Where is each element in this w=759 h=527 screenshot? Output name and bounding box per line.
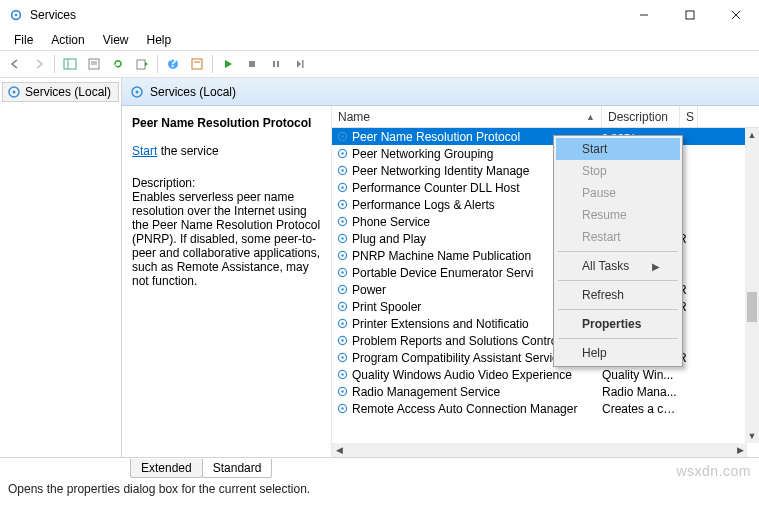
restart-service-button[interactable] xyxy=(289,53,311,75)
svg-point-51 xyxy=(341,356,343,358)
maximize-button[interactable] xyxy=(667,0,713,30)
svg-point-47 xyxy=(341,322,343,324)
scroll-left-icon[interactable]: ◀ xyxy=(332,443,346,457)
context-all-tasks[interactable]: All Tasks▶ xyxy=(556,255,680,277)
service-description: Creates a co... xyxy=(602,402,678,416)
list-header: Name ▲ Description S xyxy=(332,106,759,128)
forward-button[interactable] xyxy=(28,53,50,75)
scroll-up-icon[interactable]: ▲ xyxy=(745,128,759,142)
export-button[interactable] xyxy=(131,53,153,75)
menubar: File Action View Help xyxy=(0,30,759,50)
svg-rect-3 xyxy=(686,11,694,19)
svg-point-35 xyxy=(341,220,343,222)
context-refresh[interactable]: Refresh xyxy=(556,284,680,306)
table-row[interactable]: Portable Device Enumerator Servies gr... xyxy=(332,264,759,281)
service-name: Radio Management Service xyxy=(350,385,602,399)
vertical-scrollbar[interactable]: ▲ ▼ xyxy=(745,128,759,443)
svg-point-43 xyxy=(341,288,343,290)
services-icon xyxy=(8,7,24,23)
action-button[interactable] xyxy=(186,53,208,75)
svg-point-29 xyxy=(341,169,343,171)
services-icon xyxy=(130,85,144,99)
selected-service-name: Peer Name Resolution Protocol xyxy=(132,116,323,130)
context-resume: Resume xyxy=(556,204,680,226)
table-row[interactable]: Program Compatibility Assistant ServiceT… xyxy=(332,349,759,366)
svg-text:?: ? xyxy=(169,57,176,70)
stop-service-button[interactable] xyxy=(241,53,263,75)
menu-view[interactable]: View xyxy=(95,31,137,49)
service-icon xyxy=(334,300,350,313)
svg-point-33 xyxy=(341,203,343,205)
table-row[interactable]: PNRP Machine Name Publicationvice ... xyxy=(332,247,759,264)
table-row[interactable]: Peer Networking Groupings mul... xyxy=(332,145,759,162)
menu-help[interactable]: Help xyxy=(139,31,180,49)
menu-action[interactable]: Action xyxy=(43,31,92,49)
scroll-down-icon[interactable]: ▼ xyxy=(745,429,759,443)
close-button[interactable] xyxy=(713,0,759,30)
service-icon xyxy=(334,351,350,364)
svg-point-53 xyxy=(341,373,343,375)
table-row[interactable]: Performance Logs & Alertsmance... xyxy=(332,196,759,213)
table-row[interactable]: Remote Access Auto Connection ManagerCre… xyxy=(332,400,759,417)
refresh-button[interactable] xyxy=(107,53,129,75)
window-buttons xyxy=(621,0,759,30)
pause-service-button[interactable] xyxy=(265,53,287,75)
table-row[interactable]: Peer Name Resolution Protocols serv... xyxy=(332,128,759,145)
column-label: Name xyxy=(338,110,370,124)
table-row[interactable]: Print Spoolervice ...R xyxy=(332,298,759,315)
service-icon xyxy=(334,334,350,347)
service-description: Quality Win... xyxy=(602,368,678,382)
start-service-line: Start the service xyxy=(132,144,323,158)
table-row[interactable]: Plug and Plays a c...R xyxy=(332,230,759,247)
scroll-track[interactable] xyxy=(346,443,733,457)
table-row[interactable]: Poweres p...R xyxy=(332,281,759,298)
table-row[interactable]: Radio Management ServiceRadio Mana... xyxy=(332,383,759,400)
minimize-button[interactable] xyxy=(621,0,667,30)
service-icon xyxy=(334,147,350,160)
start-service-button[interactable] xyxy=(217,53,239,75)
menu-file[interactable]: File xyxy=(6,31,41,49)
svg-point-23 xyxy=(136,90,139,93)
service-icon xyxy=(334,368,350,381)
tree-node-services-local[interactable]: Services (Local) xyxy=(2,82,119,102)
service-icon xyxy=(334,283,350,296)
context-start[interactable]: Start xyxy=(556,138,680,160)
svg-rect-18 xyxy=(277,61,279,67)
service-icon xyxy=(334,266,350,279)
svg-point-1 xyxy=(15,14,18,17)
table-row[interactable]: Peer Networking Identity Managees ide... xyxy=(332,162,759,179)
back-button[interactable] xyxy=(4,53,26,75)
table-row[interactable]: Quality Windows Audio Video ExperienceQu… xyxy=(332,366,759,383)
window-title: Services xyxy=(30,8,621,22)
scroll-thumb[interactable] xyxy=(747,292,757,322)
tab-standard[interactable]: Standard xyxy=(202,459,273,478)
tab-extended[interactable]: Extended xyxy=(130,459,203,478)
table-row[interactable]: Performance Counter DLL Hosts rem... xyxy=(332,179,759,196)
start-suffix: the service xyxy=(157,144,218,158)
service-icon xyxy=(334,215,350,228)
column-header-description[interactable]: Description xyxy=(602,106,680,127)
start-link[interactable]: Start xyxy=(132,144,157,158)
list-rows[interactable]: Peer Name Resolution Protocols serv...Pe… xyxy=(332,128,759,443)
svg-point-27 xyxy=(341,152,343,154)
table-row[interactable]: Printer Extensions and Notificatiovice .… xyxy=(332,315,759,332)
service-name: Remote Access Auto Connection Manager xyxy=(350,402,602,416)
context-menu: Start Stop Pause Resume Restart All Task… xyxy=(553,135,683,367)
column-header-status[interactable]: S xyxy=(680,106,698,127)
table-row[interactable]: Problem Reports and Solutions Control Pa… xyxy=(332,332,759,349)
svg-rect-11 xyxy=(137,60,145,69)
context-help[interactable]: Help xyxy=(556,342,680,364)
service-icon xyxy=(334,130,350,143)
separator xyxy=(157,55,158,73)
svg-rect-16 xyxy=(249,61,255,67)
properties-button[interactable] xyxy=(83,53,105,75)
help-button[interactable]: ? xyxy=(162,53,184,75)
scroll-right-icon[interactable]: ▶ xyxy=(733,443,747,457)
column-header-name[interactable]: Name ▲ xyxy=(332,106,602,127)
show-hide-tree-button[interactable] xyxy=(59,53,81,75)
table-row[interactable]: Phone Servicees th... xyxy=(332,213,759,230)
description-text: Enables serverless peer name resolution … xyxy=(132,190,323,288)
description-label: Description: xyxy=(132,176,323,190)
context-properties[interactable]: Properties xyxy=(556,313,680,335)
horizontal-scrollbar[interactable]: ◀ ▶ xyxy=(332,443,747,457)
